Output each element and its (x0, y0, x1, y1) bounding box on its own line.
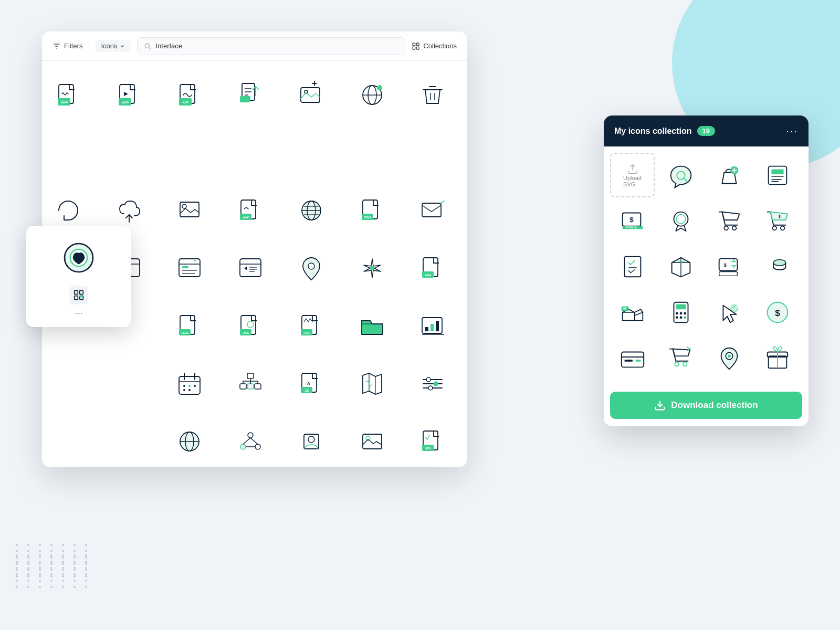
icon-wma[interactable]: .WMA (346, 182, 398, 239)
col-icon-gift[interactable] (755, 335, 800, 380)
col-icon-credit-card[interactable] (610, 335, 655, 380)
icon-image-upload[interactable] (285, 66, 338, 124)
upload-icon (627, 163, 638, 175)
svg-rect-48 (422, 203, 441, 217)
col-icon-price-display[interactable]: $ PRICE (610, 198, 655, 243)
svg-rect-155 (80, 291, 83, 295)
icon-globe-3[interactable] (163, 413, 216, 467)
icon-map[interactable] (346, 355, 398, 413)
icon-globe[interactable] (346, 66, 398, 124)
svg-point-197 (679, 316, 682, 319)
collection-title: My icons collection (614, 127, 692, 136)
col-icon-package[interactable] (658, 244, 703, 289)
filters-icon (52, 42, 61, 50)
icon-trash[interactable] (406, 66, 459, 124)
svg-text:.FLAC: .FLAC (181, 331, 189, 334)
download-icon (654, 400, 666, 411)
svg-point-112 (428, 386, 433, 390)
col-icon-cart-price[interactable]: $ (755, 198, 800, 243)
collection-icons-grid: UploadSVG (604, 146, 808, 386)
col-icon-currency-exchange[interactable]: $ (707, 244, 751, 289)
svg-point-116 (248, 433, 253, 438)
col-icon-cursor[interactable] (707, 290, 751, 334)
col-icon-coins[interactable] (755, 244, 800, 289)
icon-wav[interactable]: .WAV (42, 66, 94, 124)
icon-network[interactable] (224, 413, 277, 467)
icon-image[interactable] (346, 413, 398, 467)
col-icon-chat-search[interactable] (658, 153, 703, 197)
svg-rect-98 (247, 384, 254, 389)
svg-point-179 (780, 226, 784, 230)
col-icon-calculator[interactable] (658, 290, 703, 334)
col-icon-cart-checkout[interactable] (658, 335, 703, 380)
icon-mail[interactable] (406, 182, 459, 239)
svg-point-176 (724, 226, 728, 230)
icon-landscape[interactable] (163, 182, 216, 239)
search-input[interactable] (155, 42, 398, 50)
search-icon (144, 43, 151, 50)
add-to-collection-btn[interactable] (69, 286, 88, 304)
icon-browser-3[interactable] (224, 239, 277, 297)
filters-label: Filters (64, 42, 82, 50)
icon-jpg-2[interactable]: .JPG (406, 413, 459, 467)
col-icon-location-pin[interactable] (707, 335, 751, 380)
icon-empty-6 (346, 124, 398, 182)
svg-rect-204 (624, 359, 632, 361)
icon-star-compass[interactable] (346, 239, 398, 297)
icon-xls[interactable]: .XLS (224, 297, 277, 355)
popup-more-button[interactable]: ··· (75, 308, 82, 319)
svg-rect-97 (240, 384, 246, 389)
icon-m4a[interactable]: .M4A (406, 239, 459, 297)
svg-rect-167 (771, 169, 783, 174)
col-icon-shopping-bag-add[interactable] (707, 153, 751, 197)
col-icon-cart[interactable] (707, 198, 751, 243)
svg-point-91 (183, 385, 185, 387)
upload-svg-button[interactable]: UploadSVG (610, 153, 655, 197)
icon-empty-r6-2 (103, 413, 155, 467)
icon-chart[interactable] (406, 297, 459, 355)
icon-document[interactable] (224, 66, 277, 124)
svg-rect-84 (430, 324, 434, 331)
col-icon-receipt[interactable] (610, 244, 655, 289)
icon-calendar[interactable] (163, 355, 216, 413)
col-icon-shipping[interactable] (610, 290, 655, 334)
svg-text:$: $ (775, 307, 780, 318)
svg-rect-205 (635, 359, 640, 361)
upload-label: UploadSVG (623, 175, 642, 187)
col-icon-news[interactable] (755, 153, 800, 197)
icon-jpg[interactable]: .JPG (285, 297, 338, 355)
icon-empty-1 (42, 124, 94, 182)
download-collection-button[interactable]: Download collection (610, 392, 802, 419)
icon-folder[interactable] (346, 297, 398, 355)
collection-header: My icons collection 19 ··· (604, 116, 808, 146)
icon-browser-2[interactable] (163, 239, 216, 297)
col-icon-award[interactable] (658, 198, 703, 243)
svg-line-120 (250, 438, 258, 444)
svg-point-174 (674, 212, 688, 226)
svg-text:.XLS: .XLS (243, 331, 249, 334)
svg-rect-23 (240, 96, 250, 102)
icon-xd[interactable]: .XD A (285, 355, 338, 413)
icon-hierarchy[interactable] (224, 355, 277, 413)
svg-rect-58 (182, 266, 188, 268)
collections-button[interactable]: Collections (412, 42, 457, 50)
svg-text:.XD: .XD (304, 389, 310, 392)
icons-dropdown[interactable]: Icons (96, 40, 131, 52)
icon-location-pin[interactable] (285, 239, 338, 297)
collection-more-button[interactable]: ··· (786, 125, 798, 137)
icon-globe-2[interactable] (285, 182, 338, 239)
icon-flac[interactable]: .FLAC (163, 297, 216, 355)
svg-marker-15 (124, 92, 128, 96)
icon-aiff[interactable]: .AIFF (163, 66, 216, 124)
icon-settings-sliders[interactable] (406, 355, 459, 413)
svg-point-177 (732, 226, 736, 230)
search-bar[interactable] (137, 37, 405, 55)
svg-rect-85 (436, 321, 439, 331)
svg-rect-62 (240, 259, 261, 277)
filters-button[interactable]: Filters (52, 42, 82, 50)
icon-person[interactable] (285, 413, 338, 467)
svg-rect-154 (75, 291, 78, 295)
col-icon-dollar-circle[interactable]: $ (755, 290, 800, 334)
icon-aac[interactable]: .AAC (224, 182, 277, 239)
icon-wmv[interactable]: .WMV (103, 66, 155, 124)
